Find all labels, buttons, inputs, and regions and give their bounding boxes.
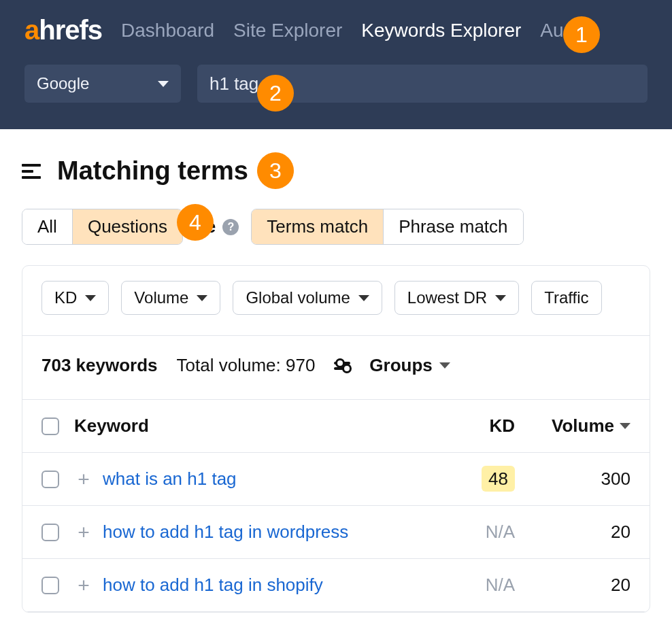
chevron-down-icon (439, 362, 450, 369)
row-checkbox[interactable] (41, 577, 59, 594)
search-engine-select[interactable]: Google (24, 65, 181, 103)
page-title: Matching terms (57, 156, 248, 186)
chevron-down-icon (158, 81, 169, 87)
table-row: + how to add h1 tag in shopify N/A 20 (22, 559, 650, 612)
expand-icon[interactable]: + (74, 468, 93, 491)
tab-row: All Questions de ? Terms match Phrase ma… (22, 209, 650, 245)
col-keyword[interactable]: Keyword (59, 415, 440, 437)
match-tab-group: Terms match Phrase match (251, 209, 523, 245)
filter-kd[interactable]: KD (41, 281, 109, 315)
col-kd[interactable]: KD (440, 415, 515, 437)
logo-a: a (24, 15, 39, 46)
results-header: 703 keywords Total volume: 970 Groups (22, 355, 650, 376)
divider (22, 335, 650, 336)
keyword-link[interactable]: how to add h1 tag in wordpress (103, 522, 440, 543)
help-icon[interactable]: ? (222, 219, 239, 235)
search-row: Google h1 tag (0, 46, 672, 103)
table-row: + what is an h1 tag 48 300 (22, 453, 650, 506)
expand-icon[interactable]: + (74, 574, 93, 597)
type-tab-group: All Questions (22, 209, 183, 245)
filter-global-volume[interactable]: Global volume (233, 281, 382, 315)
logo-rest: hrefs (39, 15, 102, 46)
kd-value: N/A (440, 575, 515, 596)
filter-traffic[interactable]: Traffic (531, 281, 601, 315)
filters-panel: KD Volume Global volume Lowest DR Traffi… (22, 265, 650, 613)
chevron-down-icon (358, 295, 369, 301)
select-all-checkbox[interactable] (41, 417, 59, 435)
expand-icon[interactable]: + (74, 521, 93, 544)
keyword-link[interactable]: what is an h1 tag (103, 468, 440, 490)
kd-value: 48 (440, 468, 515, 490)
title-row: Matching terms (22, 156, 650, 186)
keyword-input-value: h1 tag (209, 73, 258, 95)
table-row: + how to add h1 tag in wordpress N/A 20 (22, 506, 650, 559)
chevron-down-icon (495, 295, 506, 301)
keyword-link[interactable]: how to add h1 tag in shopify (103, 575, 440, 596)
table-header-row: Keyword KD Volume (22, 400, 650, 453)
filter-volume[interactable]: Volume (121, 281, 220, 315)
kd-value: N/A (440, 522, 515, 543)
annotation-badge-1: 1 (563, 16, 600, 53)
page-body: Matching terms All Questions de ? Terms … (0, 129, 672, 613)
row-checkbox[interactable] (41, 524, 59, 541)
chevron-down-icon (197, 295, 207, 301)
logo[interactable]: ahrefs (24, 15, 102, 46)
tab-phrase-match[interactable]: Phrase match (383, 209, 522, 244)
menu-icon[interactable] (22, 164, 41, 179)
settings-icon[interactable] (334, 362, 350, 370)
results-count: 703 keywords (41, 355, 158, 376)
groups-label: Groups (369, 355, 432, 376)
tab-all[interactable]: All (22, 209, 72, 244)
annotation-badge-3: 3 (257, 152, 294, 189)
groups-toggle[interactable]: Groups (369, 355, 450, 376)
filter-row: KD Volume Global volume Lowest DR Traffi… (41, 281, 631, 315)
volume-value: 20 (515, 522, 631, 543)
results-volume: Total volume: 970 (177, 355, 316, 376)
search-engine-value: Google (37, 74, 89, 93)
tab-terms-match[interactable]: Terms match (252, 209, 383, 244)
nav-site-explorer[interactable]: Site Explorer (233, 20, 342, 41)
chevron-down-icon (85, 295, 96, 301)
volume-value: 300 (515, 468, 631, 490)
sort-desc-icon (620, 423, 631, 429)
tab-questions[interactable]: Questions (72, 209, 182, 244)
results-table: Keyword KD Volume + what is an h1 tag 48… (22, 399, 650, 612)
filter-lowest-dr[interactable]: Lowest DR (394, 281, 519, 315)
col-volume[interactable]: Volume (515, 415, 631, 437)
annotation-badge-2: 2 (257, 75, 294, 112)
annotation-badge-4: 4 (177, 204, 214, 241)
volume-value: 20 (515, 575, 631, 596)
row-checkbox[interactable] (41, 471, 59, 488)
nav-dashboard[interactable]: Dashboard (121, 20, 214, 41)
nav-keywords-explorer[interactable]: Keywords Explorer (361, 20, 521, 41)
